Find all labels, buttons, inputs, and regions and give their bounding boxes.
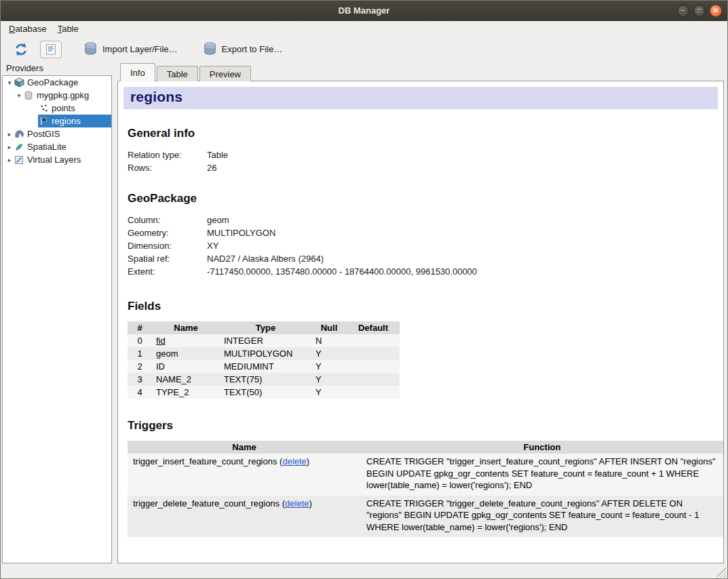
- triggers-header-row: Name Function: [128, 441, 723, 454]
- window-controls: − □ ✕: [677, 5, 722, 17]
- cell-type: MEDIUMINT: [220, 360, 311, 373]
- cell-default: [347, 360, 400, 373]
- spatialite-feather-icon: [14, 142, 24, 153]
- kv-row: Rows: 26: [128, 161, 719, 174]
- cell-name: ID: [152, 360, 220, 373]
- cell-type: INTEGER: [220, 334, 311, 347]
- general-info-list: Relation type: Table Rows: 26: [128, 148, 719, 174]
- geopackage-info-list: Column: geom Geometry: MULTIPOLYGON Dime…: [128, 214, 719, 278]
- cell-name-pk: fid: [152, 334, 220, 347]
- col-header-name: Name: [152, 321, 220, 334]
- geopackage-icon: [14, 77, 24, 88]
- tree-item-points[interactable]: points: [3, 102, 111, 115]
- tab-table[interactable]: Table: [157, 66, 198, 81]
- tab-info[interactable]: Info: [120, 63, 155, 81]
- expand-arrow-icon[interactable]: ▾: [15, 92, 23, 99]
- close-button[interactable]: ✕: [710, 5, 722, 17]
- cell-num: 1: [128, 347, 152, 360]
- kv-value: NAD27 / Alaska Albers (2964): [207, 252, 719, 265]
- menu-database[interactable]: Database: [3, 22, 52, 35]
- db-manager-window: DB Manager − □ ✕ Database Table: [0, 0, 728, 579]
- table-row: trigger_insert_feature_count_regions (de…: [128, 454, 723, 496]
- cell-null: N: [311, 334, 347, 347]
- tree-item-label: regions: [52, 116, 81, 126]
- cell-null: Y: [311, 373, 347, 386]
- import-database-icon: [83, 41, 98, 57]
- kv-label: Spatial ref:: [128, 252, 207, 265]
- col-header-trigger-name: Name: [128, 441, 361, 454]
- cell-type: MULTIPOLYGON: [220, 347, 311, 360]
- tree-item-spatialite[interactable]: ▸ SpatiaLite: [3, 140, 111, 153]
- kv-label: Column:: [128, 214, 207, 226]
- tree-item-mygpkg[interactable]: ▾ mygpkg.gpkg: [3, 89, 111, 102]
- cell-num: 3: [128, 373, 152, 386]
- titlebar: DB Manager − □ ✕: [1, 1, 727, 21]
- collapse-arrow-icon[interactable]: ▸: [5, 131, 14, 138]
- col-header-type: Type: [220, 321, 311, 334]
- kv-label: Rows:: [128, 161, 207, 174]
- table-row: 3 NAME_2 TEXT(75) Y: [128, 373, 400, 386]
- refresh-icon: [14, 42, 28, 57]
- trigger-name-text: trigger_insert_feature_count_regions: [133, 456, 277, 466]
- tree-item-label: GeoPackage: [27, 77, 78, 87]
- kv-label: Relation type:: [128, 148, 207, 161]
- cell-name: NAME_2: [152, 373, 220, 386]
- regions-layer-icon: [38, 116, 49, 127]
- tree-item-label: points: [52, 103, 75, 113]
- col-header-num: #: [128, 321, 152, 334]
- postgis-elephant-icon: [14, 129, 24, 140]
- providers-pane-title: Providers: [6, 63, 43, 73]
- tree-item-label: SpatiaLite: [27, 142, 66, 152]
- tree-item-virtual-layers[interactable]: ▸ Virtual Layers: [3, 153, 111, 166]
- layer-title: regions: [123, 87, 718, 109]
- delete-trigger-link[interactable]: delete: [285, 498, 309, 508]
- geopackage-heading: GeoPackage: [128, 192, 719, 205]
- minimize-button[interactable]: −: [677, 5, 689, 17]
- kv-value: geom: [207, 214, 719, 226]
- cell-trigger-function: CREATE TRIGGER "trigger_insert_feature_c…: [361, 454, 723, 496]
- cell-default: [347, 347, 400, 360]
- import-layer-label: Import Layer/File…: [102, 44, 178, 54]
- menu-table[interactable]: Table: [52, 22, 84, 35]
- kv-value: XY: [207, 239, 719, 252]
- resize-grip[interactable]: [716, 567, 726, 577]
- refresh-button[interactable]: [9, 39, 33, 60]
- maximize-button[interactable]: □: [693, 5, 706, 17]
- expand-arrow-icon[interactable]: ▾: [5, 79, 14, 86]
- virtual-layers-icon: [14, 155, 24, 165]
- tab-preview[interactable]: Preview: [199, 66, 251, 81]
- fields-table: # Name Type Null Default 0 fid INTEGER N: [128, 321, 400, 399]
- providers-tree: ▾ GeoPackage ▾ mygpkg.gpkg: [2, 75, 112, 563]
- tree-item-postgis[interactable]: ▸ PostGIS: [3, 127, 111, 140]
- kv-row: Spatial ref: NAD27 / Alaska Albers (2964…: [128, 252, 719, 265]
- cell-num: 4: [128, 386, 152, 399]
- cell-name: TYPE_2: [152, 386, 220, 399]
- trigger-name-text: trigger_delete_feature_count_regions: [133, 498, 280, 508]
- export-database-icon: [202, 41, 218, 57]
- sql-window-button[interactable]: [40, 41, 62, 58]
- tree-item-geopackage[interactable]: ▾ GeoPackage: [3, 76, 111, 89]
- kv-row: Extent: -7117450.00000, 1357480.00000 - …: [128, 265, 719, 278]
- table-row: 4 TYPE_2 TEXT(50) Y: [128, 386, 400, 399]
- cell-trigger-name: trigger_delete_feature_count_regions (de…: [128, 496, 361, 538]
- delete-trigger-link[interactable]: delete: [282, 456, 306, 466]
- export-file-button[interactable]: Export to File…: [197, 39, 288, 60]
- menubar: Database Table: [1, 21, 727, 37]
- table-row: trigger_delete_feature_count_regions (de…: [128, 496, 723, 538]
- kv-row: Dimension: XY: [128, 239, 719, 252]
- kv-label: Dimension:: [128, 239, 207, 252]
- toolbar: Import Layer/File… Export to File…: [1, 37, 727, 62]
- import-layer-button[interactable]: Import Layer/File…: [78, 39, 183, 60]
- collapse-arrow-icon[interactable]: ▸: [5, 144, 14, 151]
- col-header-default: Default: [347, 321, 400, 334]
- tree-item-label: PostGIS: [27, 129, 60, 139]
- cell-num: 2: [128, 360, 152, 373]
- kv-value: 26: [207, 161, 719, 174]
- points-layer-icon: [38, 103, 49, 114]
- tree-item-label: mygpkg.gpkg: [37, 90, 89, 100]
- fields-header-row: # Name Type Null Default: [128, 321, 400, 334]
- export-file-label: Export to File…: [222, 44, 283, 54]
- database-file-icon: [23, 90, 34, 101]
- collapse-arrow-icon[interactable]: ▸: [5, 157, 14, 163]
- tree-item-regions[interactable]: regions: [3, 115, 111, 127]
